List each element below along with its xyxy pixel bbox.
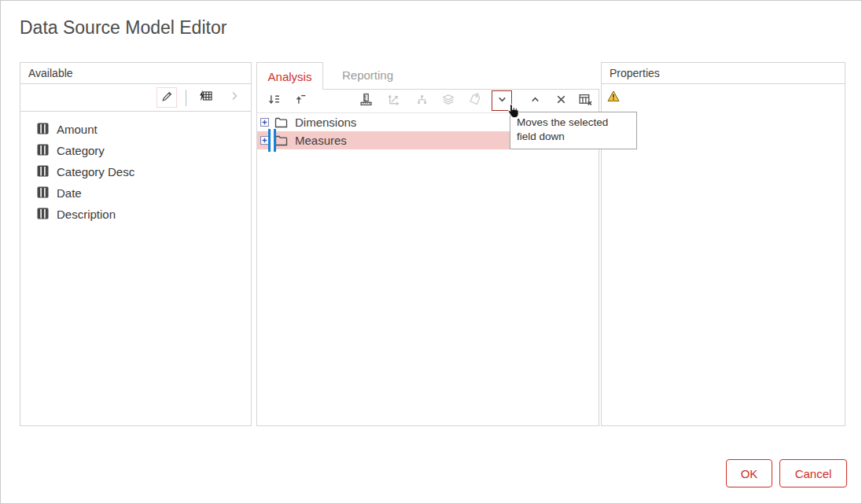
available-panel-header: Available xyxy=(20,63,251,84)
data-source-model-editor-dialog: Data Source Model Editor Available xyxy=(0,0,862,504)
move-to-top-button[interactable] xyxy=(290,90,311,111)
group-fields-button[interactable] xyxy=(438,90,459,111)
toolbar-divider xyxy=(186,90,186,106)
create-measure-button[interactable] xyxy=(355,90,376,111)
list-item-amount[interactable]: Amount xyxy=(20,119,251,140)
delete-field-button[interactable] xyxy=(551,90,571,111)
tag-icon xyxy=(468,93,482,109)
ruler-icon xyxy=(359,93,373,109)
rename-field-button[interactable] xyxy=(465,90,485,111)
remove-table-button[interactable] xyxy=(575,90,595,111)
axes-icon xyxy=(387,93,400,109)
layers-icon xyxy=(441,93,455,109)
edit-field-button[interactable] xyxy=(157,87,177,108)
folder-icon xyxy=(274,117,288,128)
list-item-category[interactable]: Category xyxy=(20,140,251,161)
hand-cursor-icon xyxy=(506,103,521,123)
table-columns-icon xyxy=(37,165,49,179)
tree-node-label: Dimensions xyxy=(295,116,356,129)
chevron-right-icon xyxy=(228,90,241,105)
folder-icon xyxy=(274,135,288,146)
create-dimension-button[interactable] xyxy=(383,90,403,111)
available-fields-list: Amount Category Category Desc Date Descr… xyxy=(20,112,251,225)
close-icon xyxy=(554,93,568,109)
move-to-model-button[interactable] xyxy=(224,87,245,108)
list-item-description[interactable]: Description xyxy=(20,204,251,225)
move-to-top-icon xyxy=(294,93,308,109)
field-label: Description xyxy=(57,208,116,221)
ok-button[interactable]: OK xyxy=(726,459,772,487)
field-label: Category xyxy=(57,144,105,157)
available-panel: Available xyxy=(20,62,252,426)
sort-icon xyxy=(267,93,281,109)
properties-panel: Properties xyxy=(601,62,845,426)
field-label: Category Desc xyxy=(57,165,134,178)
model-toolbar xyxy=(257,90,599,113)
table-columns-icon xyxy=(37,186,49,200)
table-columns-icon xyxy=(37,208,49,222)
chevron-up-icon xyxy=(529,93,542,109)
field-label: Date xyxy=(57,186,82,200)
field-label: Amount xyxy=(57,123,98,136)
table-columns-icon xyxy=(37,144,49,158)
table-remove-icon xyxy=(578,93,592,109)
drop-insert-caret xyxy=(268,129,276,152)
tab-reporting[interactable]: Reporting xyxy=(342,68,393,82)
lightning-table-icon xyxy=(198,90,213,105)
properties-content xyxy=(602,84,845,112)
cancel-button[interactable]: Cancel xyxy=(779,459,847,487)
tooltip-text: Moves the selected field down xyxy=(517,116,608,142)
tree-node-label: Measures xyxy=(295,134,347,147)
pencil-icon xyxy=(160,90,174,106)
move-field-up-button[interactable] xyxy=(525,90,545,111)
sort-fields-button[interactable] xyxy=(263,90,284,111)
table-columns-icon xyxy=(37,123,49,137)
list-item-date[interactable]: Date xyxy=(20,182,251,204)
auto-generate-button[interactable] xyxy=(195,87,216,108)
create-hierarchy-button[interactable] xyxy=(411,90,432,111)
hierarchy-icon xyxy=(415,93,429,109)
expand-plus-icon[interactable] xyxy=(260,118,269,127)
available-toolbar xyxy=(20,84,251,112)
tooltip: Moves the selected field down xyxy=(510,112,637,149)
tab-analysis[interactable]: Analysis xyxy=(256,62,323,90)
properties-panel-header: Properties xyxy=(602,63,845,84)
list-item-category-desc[interactable]: Category Desc xyxy=(20,161,251,182)
page-title: Data Source Model Editor xyxy=(20,17,227,39)
warning-icon xyxy=(607,91,620,105)
